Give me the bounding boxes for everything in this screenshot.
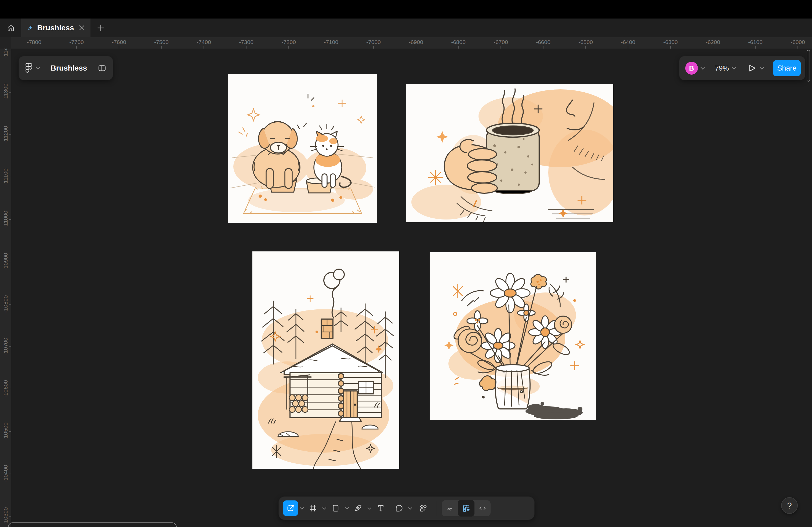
header-actions-panel: B 79% Share [679, 56, 805, 80]
help-button[interactable]: ? [781, 497, 798, 514]
ruler-tick [9, 92, 11, 93]
ruler-tick [76, 46, 77, 48]
canvas-image-bouquet[interactable] [430, 252, 596, 420]
ruler-tick-label: -10300 [2, 503, 9, 527]
ruler-tick-label: -6100 [748, 39, 763, 45]
ruler-tick [9, 219, 11, 220]
canvas-image-cabin[interactable] [252, 252, 399, 469]
toolbar [279, 497, 534, 520]
pen-nib-icon [28, 24, 33, 32]
chevron-down-icon [367, 507, 371, 510]
draw-scribble-icon [446, 504, 454, 512]
ruler-tick [9, 304, 11, 304]
avatar[interactable]: B [685, 62, 698, 75]
ruler-tick [713, 46, 713, 48]
ruler-tick [458, 46, 459, 48]
ruler-tick [9, 50, 11, 50]
comment-tool-menu[interactable] [407, 500, 414, 516]
chevron-down-icon[interactable] [760, 67, 764, 70]
ruler-tick [9, 389, 11, 389]
coffee-mug-illustration [406, 84, 613, 222]
pen-tool-menu[interactable] [366, 500, 373, 516]
ruler-tick-label: -10700 [2, 334, 9, 359]
ruler-tick [9, 177, 11, 177]
ruler-tick-label: -11300 [2, 79, 9, 105]
share-button[interactable]: Share [773, 60, 801, 76]
comment-tool-button[interactable] [392, 500, 407, 516]
present-controls [748, 64, 764, 73]
text-tool-button[interactable] [373, 500, 388, 516]
vertical-ruler: -11400-11300-11200-11100-11000-10900-108… [0, 48, 11, 527]
tab-bar: Brushless [0, 18, 812, 37]
ruler-tick-label: -7100 [324, 39, 338, 45]
ruler-tick-label: -6700 [494, 39, 508, 45]
close-icon [78, 25, 85, 31]
frame-tool-button[interactable] [306, 500, 321, 516]
file-header-panel: Brushless [19, 56, 113, 80]
ruler-tick-label: -6500 [578, 39, 593, 45]
shape-tool-menu[interactable] [343, 500, 351, 516]
ruler-tick-label: -11000 [2, 207, 9, 232]
ruler-tick [9, 473, 11, 474]
ruler-tick [9, 431, 11, 432]
actions-button[interactable] [416, 500, 431, 516]
frame-tool-menu[interactable] [321, 500, 328, 516]
ruler-tick-label: -10500 [2, 419, 9, 444]
puppy-kitten-illustration [228, 74, 377, 223]
zoom-menu[interactable]: 79% [715, 64, 736, 73]
ruler-tick-label: -7600 [112, 39, 126, 45]
ruler-tick-label: -10600 [2, 376, 9, 402]
figma-logo-icon[interactable] [25, 63, 32, 74]
ruler-tick-label: -11100 [2, 164, 9, 190]
ruler-tick [798, 46, 798, 48]
ruler-tick-label: -10800 [2, 291, 9, 317]
file-title[interactable]: Brushless [43, 64, 95, 73]
home-button[interactable] [0, 18, 21, 37]
canvas-image-puppy-kitten[interactable] [228, 74, 377, 223]
close-tab-button[interactable] [78, 23, 85, 33]
new-tab-button[interactable] [90, 18, 111, 37]
move-tool-icon [286, 504, 295, 513]
vertical-scrollbar[interactable] [807, 50, 810, 81]
dev-mode-button[interactable] [475, 500, 490, 516]
ruler-tick-label: -7300 [239, 39, 253, 45]
ruler-tick [585, 46, 586, 48]
move-tool-menu[interactable] [298, 500, 306, 516]
horizontal-scrollbar[interactable] [8, 523, 177, 527]
move-tool-button[interactable] [283, 500, 298, 516]
window-top-strip [0, 0, 812, 18]
zoom-level: 79% [715, 64, 729, 73]
canvas-image-coffee-mug[interactable] [406, 84, 613, 222]
shape-tool-button[interactable] [328, 500, 343, 516]
ruler-tick [543, 46, 543, 48]
chevron-down-icon [732, 67, 736, 70]
ruler-tick-label: -11400 [2, 48, 9, 62]
measure-mode-button[interactable] [458, 500, 475, 516]
play-icon[interactable] [748, 64, 756, 73]
chevron-down-icon[interactable] [36, 67, 40, 70]
sidebar-toggle-icon[interactable] [98, 64, 106, 73]
actions-icon [419, 504, 427, 512]
ruler-tick-label: -6800 [451, 39, 466, 45]
ruler-tick [501, 46, 501, 48]
chevron-down-icon[interactable] [700, 67, 705, 70]
pen-tool-icon [354, 504, 362, 512]
ruler-tick-label: -7400 [197, 39, 211, 45]
ruler-tick [34, 46, 34, 48]
flower-bouquet-illustration [430, 252, 596, 420]
design-canvas[interactable] [11, 48, 812, 527]
ruler-tick [9, 261, 11, 262]
ruler-tick-label: -6300 [663, 39, 678, 45]
ruler-tick [9, 516, 11, 516]
ruler-tick-label: -7500 [154, 39, 169, 45]
ruler-tick-label: -10900 [2, 249, 9, 274]
ruler-tick [119, 46, 119, 48]
chevron-down-icon [408, 507, 412, 510]
draw-mode-button[interactable] [442, 500, 457, 516]
plus-icon [97, 24, 104, 32]
ruler-tick [755, 46, 756, 48]
pen-tool-button[interactable] [351, 500, 366, 516]
ruler-tick [246, 46, 246, 48]
active-file-tab[interactable]: Brushless [21, 18, 90, 37]
frame-tool-icon [309, 504, 317, 512]
